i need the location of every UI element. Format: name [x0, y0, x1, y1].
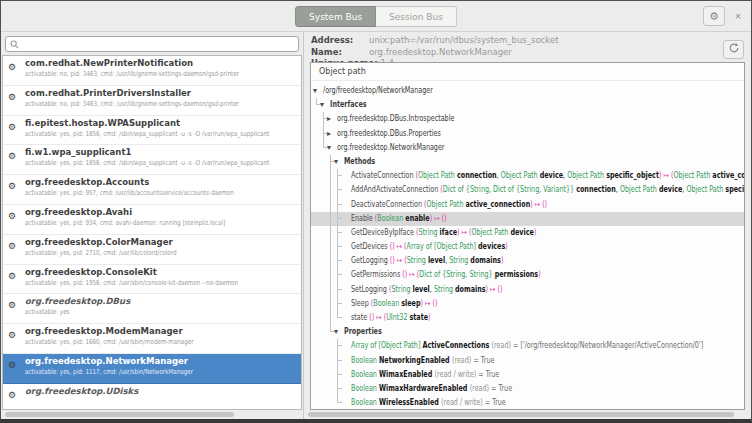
tree-row[interactable]: SetLogging (String level, String domains…	[311, 283, 744, 297]
services-hscrollbar[interactable]	[5, 412, 299, 417]
tree-row[interactable]: ▸org.freedesktop.DBus.Introspectable	[311, 112, 744, 126]
service-detail: activatable: yes, pid: 1660, cmd: /usr/s…	[25, 338, 194, 346]
tree-hscrollbar[interactable]	[308, 412, 747, 417]
tree-row[interactable]: ▸org.freedesktop.DBus.Properties	[311, 127, 744, 141]
tree-row[interactable]: state () ↦ (UInt32 state)	[311, 311, 744, 325]
list-item[interactable]: ⚙org.freedesktop.UDisks	[3, 384, 301, 410]
tree-guide-tick	[337, 169, 342, 176]
address-row: Address:unix:path=/var/run/dbus/system_b…	[311, 32, 717, 44]
tree-column-header[interactable]: Object path	[311, 63, 744, 81]
service-name: org.freedesktop.ConsoleKit	[25, 267, 157, 277]
tree-row[interactable]: Boolean NetworkingEnabled (read) = True	[311, 354, 744, 368]
tree-row-text: org.freedesktop.DBus.Properties	[337, 127, 441, 141]
tree-row[interactable]: Boolean WimaxEnabled (read / write) = Tr…	[311, 368, 744, 382]
service-detail: activatable: no, pid: 3463, cmd: /usr/li…	[25, 70, 239, 78]
list-item[interactable]: ⚙org.freedesktop.Accountsactivatable: ye…	[3, 175, 301, 205]
service-detail: activatable: no, pid: 3463, cmd: /usr/li…	[25, 100, 239, 108]
tree-row[interactable]: GetDeviceByIpIface (String iface) ↦ (Obj…	[311, 226, 744, 240]
list-item[interactable]: ⚙org.freedesktop.DBusactivatable: yes	[3, 294, 301, 324]
expander-open-icon[interactable]: ▾	[334, 155, 338, 169]
tree-guide-tick	[337, 382, 342, 389]
tree-guide-tick	[337, 297, 342, 304]
tree-row[interactable]: Sleep (Boolean sleep) ↦ ()	[311, 297, 744, 311]
list-item[interactable]: ⚙com.redhat.PrinterDriversInstalleractiv…	[3, 86, 301, 116]
tree-row-text: /org/freedesktop/NetworkManager	[323, 84, 433, 98]
search-box	[5, 36, 299, 52]
tree-row[interactable]: GetDevices () ↦ (Array of [Object Path] …	[311, 240, 744, 254]
list-item[interactable]: ⚙fi.epitest.hostap.WPASupplicantactivata…	[3, 116, 301, 146]
tree-hscrollbar-thumb[interactable]	[308, 412, 734, 417]
tree-row-text: GetLogging () ↦ (String level, String do…	[351, 254, 503, 268]
tree-row[interactable]: ▾Interfaces	[311, 98, 744, 112]
tree-guide-tick	[337, 212, 342, 219]
tree-guide-tick	[337, 268, 342, 275]
list-item[interactable]: ⚙org.freedesktop.ConsoleKitactivatable: …	[3, 265, 301, 295]
tree-row[interactable]: ▾Properties	[311, 325, 744, 339]
expander-closed-icon[interactable]: ▸	[327, 127, 331, 141]
dfeet-window: System Bus Session Bus ⚙ × ⚙com.redhat.N…	[0, 0, 752, 423]
tree-row[interactable]: ▾/org/freedesktop/NetworkManager	[311, 84, 744, 98]
list-item[interactable]: ⚙org.freedesktop.ColorManageractivatable…	[3, 235, 301, 265]
tree-guide-line	[330, 226, 331, 240]
service-name: org.freedesktop.ModemManager	[25, 326, 183, 336]
expander-open-icon[interactable]: ▾	[327, 141, 331, 155]
list-item[interactable]: ⚙org.freedesktop.NetworkManageractivatab…	[3, 354, 301, 384]
service-name: com.redhat.PrinterDriversInstaller	[25, 88, 191, 98]
tree-row-text: state () ↦ (UInt32 state)	[351, 311, 431, 325]
tree-guide-line	[330, 183, 331, 197]
service-name: org.freedesktop.Accounts	[25, 177, 149, 187]
service-detail: activatable: yes, pid: 2710, cmd: /usr/l…	[25, 249, 176, 257]
search-icon	[10, 40, 19, 49]
tree-guide-line	[330, 254, 331, 268]
service-name: fi.epitest.hostap.WPASupplicant	[25, 118, 180, 128]
tree-row[interactable]: ▾Methods	[311, 155, 744, 169]
tree-row-text: GetDeviceByIpIface (String iface) ↦ (Obj…	[351, 226, 536, 240]
tree-row[interactable]: DeactivateConnection (Object Path active…	[311, 198, 744, 212]
object-tree: Object path ▾/org/freedesktop/NetworkMan…	[310, 62, 745, 410]
list-item[interactable]: ⚙org.freedesktop.Avahiactivatable: yes, …	[3, 205, 301, 235]
tree-row[interactable]: ▾org.freedesktop.NetworkManager	[311, 141, 744, 155]
tree-row[interactable]: Boolean WirelessEnabled (read / write) =…	[311, 396, 744, 410]
service-name: org.freedesktop.DBus	[25, 296, 130, 306]
list-item[interactable]: ⚙com.redhat.NewPrinterNotificationactiva…	[3, 56, 301, 86]
tree-row-text: Boolean NetworkingEnabled (read) = True	[351, 354, 494, 368]
tree-row-text: SetLogging (String level, String domains…	[351, 283, 502, 297]
tree-row-text: DeactivateConnection (Object Path active…	[351, 198, 547, 212]
tab-system-bus[interactable]: System Bus	[295, 6, 376, 27]
list-item[interactable]: ⚙org.freedesktop.ModemManageractivatable…	[3, 324, 301, 354]
tree-row[interactable]: AddAndActivateConnection (Dict of {Strin…	[311, 183, 744, 197]
services-hscrollbar-thumb[interactable]	[5, 412, 234, 417]
tree-row[interactable]: ActivateConnection (Object Path connecti…	[311, 169, 744, 183]
gear-icon: ⚙	[8, 93, 16, 102]
gear-icon: ⚙	[8, 182, 16, 191]
tree-guide-line	[330, 198, 331, 212]
expander-open-icon[interactable]: ▾	[334, 325, 338, 339]
search-input[interactable]	[23, 38, 296, 50]
tree-row[interactable]: Enable (Boolean enable) ↦ ()	[311, 212, 744, 226]
expander-open-icon[interactable]: ▾	[320, 98, 324, 112]
expander-closed-icon[interactable]: ▸	[327, 112, 331, 126]
tree-row[interactable]: Boolean WimaxHardwareEnabled (read) = Tr…	[311, 382, 744, 396]
service-detail: activatable: yes, pid: 934, cmd: avahi-d…	[25, 219, 225, 227]
tab-session-bus[interactable]: Session Bus	[376, 6, 457, 27]
tree-guide-tick	[337, 339, 342, 346]
gear-icon: ⚙	[8, 242, 16, 251]
tree-row-text: org.freedesktop.DBus.Introspectable	[337, 112, 454, 126]
tree-row[interactable]: GetLogging () ↦ (String level, String do…	[311, 254, 744, 268]
settings-button[interactable]: ⚙	[703, 6, 725, 26]
close-button[interactable]: ×	[729, 6, 747, 26]
tree-row-text: Sleep (Boolean sleep) ↦ ()	[351, 297, 437, 311]
tree-guide-tick	[337, 396, 342, 403]
toolbar: System Bus Session Bus ⚙ ×	[1, 1, 751, 32]
reload-button[interactable]	[723, 40, 744, 59]
service-name: org.freedesktop.UDisks	[25, 386, 138, 396]
gear-icon: ⚙	[8, 152, 16, 161]
gear-icon: ⚙	[709, 10, 719, 22]
services-panel: ⚙com.redhat.NewPrinterNotificationactiva…	[1, 32, 303, 419]
expander-open-icon[interactable]: ▾	[313, 84, 317, 98]
tree-row[interactable]: Array of [Object Path] ActiveConnections…	[311, 339, 744, 353]
tree-guide-line	[330, 297, 331, 311]
tree-row[interactable]: GetPermissions () ↦ (Dict of {String, St…	[311, 268, 744, 282]
tree-row-text: Boolean WimaxHardwareEnabled (read) = Tr…	[351, 382, 512, 396]
list-item[interactable]: ⚙fi.w1.wpa_supplicant1activatable: yes, …	[3, 145, 301, 175]
